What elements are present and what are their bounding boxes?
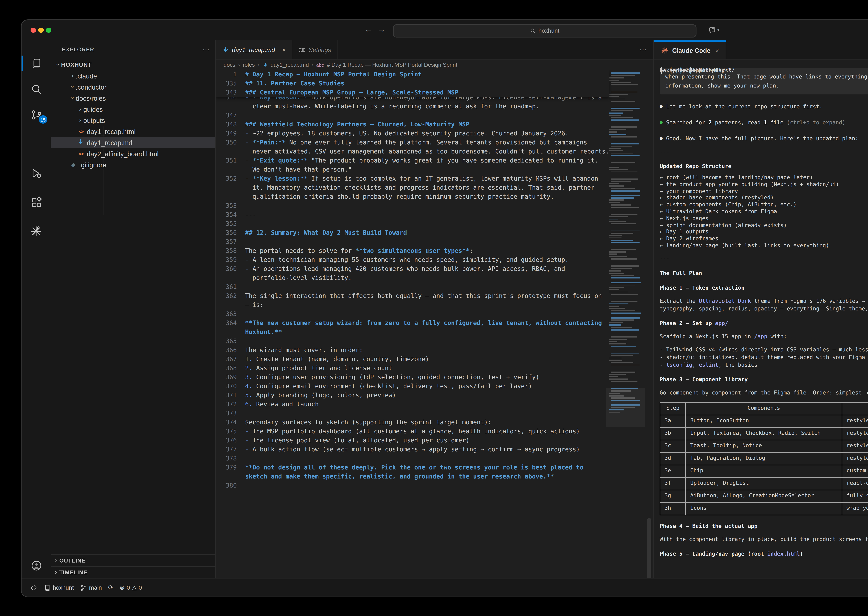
code-line[interactable]: 379**Do not design all of these deeply. … bbox=[216, 463, 609, 472]
code-line[interactable]: 1# Day 1 Recap — Hoxhunt MSP Portal Desi… bbox=[216, 70, 609, 79]
claude-panel-header: Claude Code × + ▾ ⋯ bbox=[654, 40, 868, 60]
conductor-starburst-icon[interactable] bbox=[22, 221, 51, 242]
explorer-icon[interactable] bbox=[22, 53, 51, 74]
code-line[interactable]: 343### Central European MSP Group — Larg… bbox=[216, 88, 609, 97]
plan-heading: Updated Repo Structure bbox=[660, 162, 868, 170]
code-line[interactable]: 358The portal needs to solve for **two s… bbox=[216, 247, 609, 256]
code-line[interactable]: 350- **Pain:** No one ever fully learned… bbox=[216, 138, 609, 147]
code-line[interactable]: 377- A bulk action flow (select multiple… bbox=[216, 445, 609, 454]
remote-indicator[interactable] bbox=[30, 584, 38, 591]
file-row-day1-recap-html[interactable]: <>day1_recap.html bbox=[51, 126, 215, 137]
run-debug-icon[interactable] bbox=[22, 162, 51, 183]
history-nav[interactable]: ←→ bbox=[364, 25, 391, 33]
code-line[interactable]: 3671. Create tenant (name, domain, count… bbox=[216, 355, 609, 364]
file-row-day1-recap-md[interactable]: day1_recap.md bbox=[51, 137, 215, 148]
close-tab-icon[interactable]: × bbox=[715, 47, 719, 54]
code-line[interactable]: 347 bbox=[216, 111, 609, 120]
code-line[interactable]: sketch and make them specific, realistic… bbox=[216, 472, 609, 481]
code-line[interactable]: 3726. Review and launch bbox=[216, 400, 609, 409]
code-line[interactable]: 353 bbox=[216, 201, 609, 211]
code-line[interactable]: We don't have that person." bbox=[216, 165, 609, 174]
account-icon[interactable] bbox=[22, 555, 51, 576]
file-row--gitignore[interactable]: ◆.gitignore bbox=[51, 159, 215, 170]
code-line[interactable]: 348### Westfield Technology Partners — C… bbox=[216, 120, 609, 129]
code-line[interactable]: 357 bbox=[216, 237, 609, 247]
code-line[interactable]: 360- An operations lead managing 420 cus… bbox=[216, 265, 609, 273]
editor-more-actions-icon[interactable]: ⋯ bbox=[640, 46, 647, 53]
code-line[interactable]: 3704. Configure email environment (check… bbox=[216, 382, 609, 391]
code-line[interactable]: 356## 12. Summary: What Day 2 Must Build… bbox=[216, 228, 609, 237]
code-line[interactable]: 380 bbox=[216, 481, 609, 490]
zoom-window-button[interactable] bbox=[46, 27, 51, 33]
file-row-outputs[interactable]: ›outputs bbox=[51, 115, 215, 126]
source-control-icon[interactable]: 15 bbox=[22, 104, 51, 125]
file-row-day2-affinity-board-html[interactable]: <>day2_affinity_board.html bbox=[51, 148, 215, 159]
repo-indicator[interactable]: hoxhunt bbox=[44, 584, 74, 591]
problems-indicator[interactable]: ⊗ 0 △ 0 bbox=[119, 584, 142, 591]
code-line[interactable]: 361 bbox=[216, 283, 609, 292]
code-line[interactable]: 3715. Apply branding (logo, colors, prev… bbox=[216, 391, 609, 400]
markdown-divider: --- bbox=[660, 255, 868, 262]
workspace-root[interactable]: ›HOXHUNT bbox=[51, 59, 215, 70]
code-line[interactable]: 375- The MSP portfolio dashboard (all cu… bbox=[216, 427, 609, 436]
file-row-guides[interactable]: ›guides bbox=[51, 104, 215, 115]
chevron-down-icon: ▾ bbox=[717, 27, 720, 33]
table-row: 3gAiButton, AiLogo, CreationModeSelector… bbox=[660, 490, 868, 502]
code-line[interactable]: 376- The license pool view (total, alloc… bbox=[216, 436, 609, 445]
code-line[interactable]: 365 bbox=[216, 337, 609, 346]
claude-terminal-output[interactable]: when presenting this. That page would ha… bbox=[654, 60, 868, 578]
code-line[interactable]: 355 bbox=[216, 220, 609, 228]
bullet-icon: ● bbox=[660, 135, 662, 142]
tab-day1-recap[interactable]: day1_recap.md × bbox=[216, 40, 292, 59]
minimap[interactable] bbox=[609, 70, 642, 578]
breadcrumb[interactable]: docs› roles› day1_recap.md› abc # Day 1 … bbox=[216, 60, 653, 70]
extensions-icon[interactable] bbox=[22, 192, 51, 212]
code-line[interactable]: 362The single interaction that affects b… bbox=[216, 292, 609, 301]
code-line[interactable]: it. Mandatory activation checklists and … bbox=[216, 183, 609, 192]
file-row--conductor[interactable]: ›.conductor bbox=[51, 81, 215, 93]
code-line[interactable]: 366The wizard must cover, in order: bbox=[216, 346, 609, 355]
markdown-file-icon bbox=[77, 139, 84, 146]
code-line[interactable]: 352- **Key lesson:** If setup is too com… bbox=[216, 174, 609, 183]
code-line[interactable]: 351- **Exit quote:** "The product probab… bbox=[216, 156, 609, 165]
sync-indicator[interactable]: ⟳ bbox=[108, 584, 113, 591]
code-line[interactable]: never activated. CSV user management aba… bbox=[216, 147, 609, 156]
code-line[interactable]: qualification criteria should probably r… bbox=[216, 192, 609, 201]
outline-section[interactable]: ›OUTLINE bbox=[51, 554, 215, 566]
file-label: .claude bbox=[76, 72, 97, 80]
command-center-search[interactable]: hoxhunt bbox=[393, 24, 697, 37]
editor-scrollbar[interactable] bbox=[647, 518, 651, 578]
editor[interactable]: 346- **Key lesson:** Bulk operations are… bbox=[216, 70, 653, 578]
code-line[interactable]: 359- A lean technician managing 55 custo… bbox=[216, 256, 609, 265]
file-row--claude[interactable]: ›.claude bbox=[51, 70, 215, 81]
code-line[interactable]: portfolio-level visibility. bbox=[216, 273, 609, 283]
close-window-button[interactable] bbox=[31, 27, 36, 33]
timeline-section[interactable]: ›TIMELINE bbox=[51, 566, 215, 578]
search-icon[interactable] bbox=[22, 79, 51, 99]
git-branch-indicator[interactable]: main bbox=[80, 584, 102, 591]
file-row-docs-roles[interactable]: ›docs/roles bbox=[51, 93, 215, 104]
close-tab-icon[interactable]: × bbox=[282, 46, 286, 53]
code-line[interactable]: Hoxhunt.** bbox=[216, 328, 609, 337]
code-line[interactable]: 349- ~22 employees, 18 customers, US. No… bbox=[216, 129, 609, 138]
code-line[interactable]: 335## 11. Partner Case Studies bbox=[216, 79, 609, 88]
plan-heading: The Full Plan bbox=[660, 269, 868, 277]
code-line[interactable]: 3693. Configure user provisioning (IdP s… bbox=[216, 373, 609, 382]
code-line[interactable]: 354--- bbox=[216, 211, 609, 220]
code-line[interactable]: — is: bbox=[216, 301, 609, 310]
code-line[interactable]: 373 bbox=[216, 409, 609, 418]
tab-claude-code[interactable]: Claude Code × bbox=[654, 40, 727, 59]
forward-icon: → bbox=[378, 25, 391, 33]
code-line[interactable]: 374Secondary surfaces to sketch (support… bbox=[216, 418, 609, 427]
minimize-window-button[interactable] bbox=[38, 27, 43, 33]
explorer-more-actions-icon[interactable]: ⋯ bbox=[202, 46, 210, 53]
copilot-menu-button[interactable]: ▾ bbox=[702, 24, 726, 36]
minimap-slider[interactable] bbox=[606, 388, 645, 427]
tab-settings[interactable]: Settings bbox=[292, 40, 338, 59]
code-line[interactable]: clear must-have. White-labeling is a rec… bbox=[216, 102, 609, 111]
code-line[interactable]: 364**The new customer setup wizard: from… bbox=[216, 319, 609, 328]
code-line[interactable]: 3682. Assign product tier and license co… bbox=[216, 364, 609, 373]
code-line[interactable]: 378 bbox=[216, 454, 609, 463]
code-line[interactable]: 363 bbox=[216, 310, 609, 319]
file-label: guides bbox=[83, 105, 103, 113]
